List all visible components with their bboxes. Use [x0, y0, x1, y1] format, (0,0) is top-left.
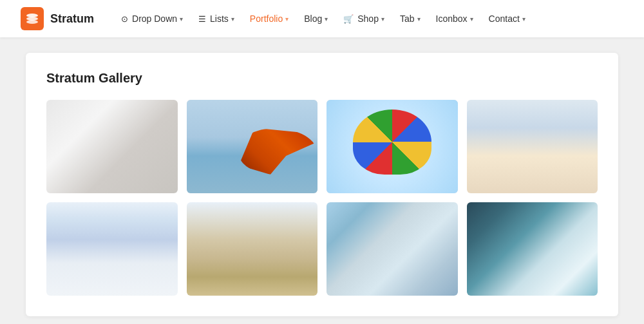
nav-label-dropdown: Drop Down — [132, 14, 177, 24]
gallery-item-4[interactable] — [467, 100, 598, 193]
nav-label-iconbox: Iconbox — [436, 14, 468, 24]
gallery-item-1[interactable] — [46, 100, 178, 193]
nav-item-portfolio[interactable]: Portfolio ▾ — [243, 10, 295, 28]
chevron-down-icon: ▾ — [470, 15, 473, 23]
gallery-image-6 — [187, 202, 318, 296]
gallery-image-1 — [46, 100, 178, 193]
svg-point-2 — [26, 20, 38, 24]
chevron-down-icon: ▾ — [417, 15, 421, 23]
gallery-title: Stratum Gallery — [46, 71, 598, 86]
nav-menu: ⊙ Drop Down ▾ ☰ Lists ▾ Portfolio ▾ Blog… — [115, 10, 532, 28]
gallery-item-3[interactable] — [327, 100, 458, 193]
nav-label-shop: Shop — [357, 14, 379, 24]
gallery-card: Stratum Gallery — [26, 53, 618, 316]
gallery-item-8[interactable] — [467, 202, 598, 296]
nav-item-iconbox[interactable]: Iconbox ▾ — [430, 10, 480, 28]
gallery-item-5[interactable] — [46, 202, 178, 296]
nav-item-dropdown[interactable]: ⊙ Drop Down ▾ — [115, 10, 189, 28]
chevron-down-icon: ▾ — [325, 15, 328, 23]
gallery-image-5 — [46, 202, 178, 296]
main-content: Stratum Gallery — [0, 37, 644, 324]
logo-icon — [21, 7, 44, 30]
nav-item-shop[interactable]: 🛒 Shop ▾ — [337, 10, 391, 28]
stratum-logo-svg — [25, 12, 39, 26]
cart-icon: 🛒 — [343, 14, 354, 24]
gallery-item-6[interactable] — [187, 202, 318, 296]
layers-icon: ⊙ — [121, 14, 128, 24]
nav-label-lists: Lists — [210, 14, 229, 24]
nav-label-contact: Contact — [489, 14, 520, 24]
nav-item-tab[interactable]: Tab ▾ — [393, 10, 427, 28]
nav-label-portfolio: Portfolio — [250, 14, 283, 24]
gallery-grid — [46, 100, 598, 296]
nav-label-blog: Blog — [304, 14, 322, 24]
gallery-image-3 — [327, 100, 458, 193]
chevron-down-icon: ▾ — [231, 15, 234, 23]
nav-item-lists[interactable]: ☰ Lists ▾ — [192, 10, 241, 28]
gallery-image-4 — [467, 100, 598, 193]
nav-label-tab: Tab — [400, 14, 415, 24]
gallery-image-2 — [187, 100, 318, 193]
nav-item-blog[interactable]: Blog ▾ — [298, 10, 334, 28]
nav-item-contact[interactable]: Contact ▾ — [482, 10, 532, 28]
gallery-image-8 — [467, 202, 598, 296]
logo-text: Stratum — [50, 12, 94, 26]
chevron-down-icon: ▾ — [522, 15, 526, 23]
chevron-down-icon: ▾ — [180, 15, 183, 23]
gallery-item-2[interactable] — [187, 100, 318, 193]
gallery-image-7 — [327, 202, 458, 296]
logo[interactable]: Stratum — [21, 7, 94, 30]
gallery-item-7[interactable] — [327, 202, 458, 296]
chevron-down-icon: ▾ — [381, 15, 384, 23]
navbar: Stratum ⊙ Drop Down ▾ ☰ Lists ▾ Portfoli… — [0, 0, 644, 37]
chevron-down-icon: ▾ — [285, 15, 289, 23]
list-icon: ☰ — [198, 14, 206, 24]
